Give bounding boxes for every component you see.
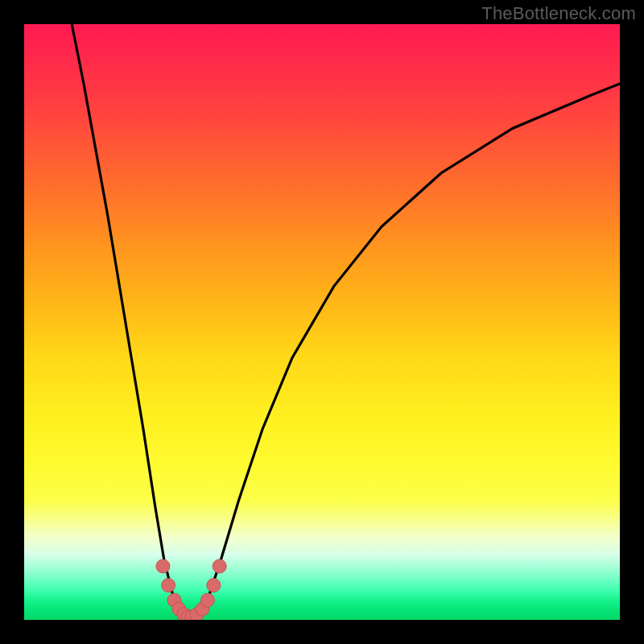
valley-marker bbox=[162, 579, 175, 592]
watermark: TheBottleneck.com bbox=[481, 3, 636, 24]
plot-area bbox=[24, 24, 620, 620]
chart-svg bbox=[24, 24, 620, 620]
left-curve bbox=[72, 24, 185, 617]
chart-frame: TheBottleneck.com bbox=[0, 0, 644, 644]
curve-lines bbox=[72, 24, 620, 617]
valley-markers bbox=[156, 559, 226, 620]
valley-marker bbox=[200, 593, 214, 607]
valley-marker bbox=[156, 559, 170, 573]
valley-marker bbox=[207, 579, 221, 592]
right-curve bbox=[197, 84, 620, 617]
valley-marker bbox=[213, 559, 226, 573]
